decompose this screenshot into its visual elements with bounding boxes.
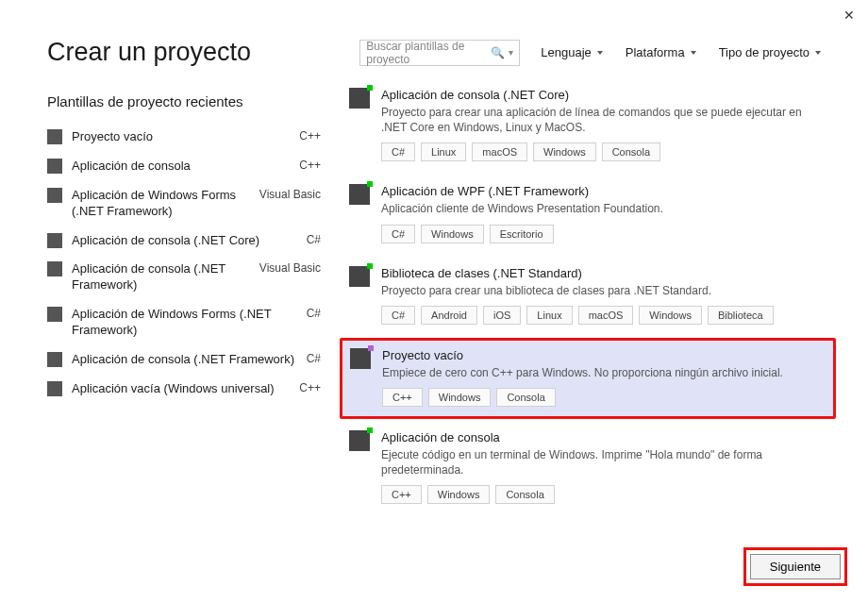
recent-item-label: Aplicación de consola (.NET Framework) <box>72 261 259 293</box>
template-tag: Linux <box>421 142 466 161</box>
recent-item[interactable]: Proyecto vacíoC++ <box>47 123 321 152</box>
recent-item-lang: Visual Basic <box>259 188 321 201</box>
page-title: Crear un proyecto <box>47 38 359 67</box>
template-icon <box>349 266 370 287</box>
recent-item[interactable]: Aplicación de consola (.NET Framework)C# <box>47 345 321 375</box>
template-tag: C++ <box>382 388 423 407</box>
recent-item-lang: Visual Basic <box>259 261 321 275</box>
recent-item[interactable]: Aplicación de consolaC++ <box>47 152 321 181</box>
next-button-highlight: Siguiente <box>743 547 847 586</box>
template-desc: Proyecto para crear una aplicación de lí… <box>381 105 826 135</box>
filter-project-type[interactable]: Tipo de proyecto <box>719 45 821 59</box>
template-icon <box>47 307 62 322</box>
recent-item-label: Proyecto vacío <box>72 129 299 145</box>
template-list[interactable]: Aplicación de consola (.NET Core)Proyect… <box>340 76 840 506</box>
template-item[interactable]: Biblioteca de clases (.NET Standard)Proy… <box>340 257 836 336</box>
template-item[interactable]: Proyecto vacíoEmpiece de cero con C++ pa… <box>340 338 836 419</box>
chevron-down-icon <box>691 51 696 55</box>
template-tag: Biblioteca <box>708 306 774 325</box>
search-placeholder: Buscar plantillas de proyecto <box>366 40 491 66</box>
recent-item-label: Aplicación de consola <box>72 159 299 175</box>
template-tag: Consola <box>602 142 660 161</box>
template-tag: Android <box>421 306 477 325</box>
recent-item-lang: C++ <box>299 381 321 394</box>
search-input[interactable]: Buscar plantillas de proyecto 🔍 ▾ <box>359 40 520 66</box>
template-tag: Escritorio <box>490 225 554 243</box>
recent-heading: Plantillas de proyecto recientes <box>47 93 321 109</box>
template-item[interactable]: Aplicación de consolaEjecute código en u… <box>340 421 836 506</box>
template-tag: C# <box>381 306 415 325</box>
template-tag: macOS <box>472 142 527 161</box>
template-tag: iOS <box>483 306 521 325</box>
template-tag: macOS <box>578 306 634 325</box>
template-icon <box>349 184 370 205</box>
template-icon <box>47 352 62 367</box>
filter-platform[interactable]: Plataforma <box>626 45 696 59</box>
template-tag: Windows <box>533 142 596 161</box>
template-tag: Linux <box>526 306 572 325</box>
recent-item[interactable]: Aplicación de consola (.NET Core)C# <box>47 226 321 256</box>
template-icon <box>350 348 371 369</box>
recent-item-label: Aplicación vacía (Windows universal) <box>72 381 299 397</box>
template-tag: Consola <box>496 388 555 407</box>
close-icon[interactable]: ✕ <box>843 8 855 23</box>
recent-item[interactable]: Aplicación de consola (.NET Framework)Vi… <box>47 255 321 300</box>
template-icon <box>47 129 62 144</box>
template-tag: Windows <box>639 306 702 325</box>
recent-item-lang: C++ <box>299 159 321 172</box>
template-item[interactable]: Aplicación de WPF (.NET Framework)Aplica… <box>340 175 836 254</box>
template-desc: Empiece de cero con C++ para Windows. No… <box>382 365 826 380</box>
template-tag: C++ <box>381 485 422 504</box>
template-item[interactable]: Aplicación de consola (.NET Core)Proyect… <box>340 78 836 173</box>
recent-item-lang: C# <box>307 233 321 246</box>
clear-dropdown-icon: ▾ <box>509 47 513 58</box>
template-desc: Ejecute código en un terminal de Windows… <box>381 447 826 477</box>
template-desc: Aplicación cliente de Windows Presentati… <box>381 201 826 216</box>
template-icon <box>47 188 62 203</box>
recent-item-label: Aplicación de Windows Forms (.NET Framew… <box>72 307 307 339</box>
template-icon <box>47 233 62 248</box>
next-button[interactable]: Siguiente <box>750 554 841 579</box>
template-icon <box>47 159 62 174</box>
template-title: Proyecto vacío <box>382 348 826 362</box>
recent-item[interactable]: Aplicación vacía (Windows universal)C++ <box>47 375 321 404</box>
template-title: Aplicación de consola (.NET Core) <box>381 88 826 102</box>
chevron-down-icon <box>815 51 821 55</box>
template-tag: C# <box>381 142 415 161</box>
recent-item[interactable]: Aplicación de Windows Forms (.NET Framew… <box>47 181 321 226</box>
template-title: Aplicación de consola <box>381 430 826 444</box>
template-title: Biblioteca de clases (.NET Standard) <box>381 266 826 280</box>
recent-item-label: Aplicación de consola (.NET Core) <box>72 233 307 249</box>
chevron-down-icon <box>597 51 603 55</box>
recent-item-label: Aplicación de Windows Forms (.NET Framew… <box>72 188 259 220</box>
template-tag: Windows <box>427 485 491 504</box>
template-tag: Windows <box>421 225 484 243</box>
template-desc: Proyecto para crear una biblioteca de cl… <box>381 283 826 298</box>
template-icon <box>47 261 62 276</box>
recent-item-lang: C# <box>307 307 321 320</box>
recent-item-lang: C++ <box>299 129 321 142</box>
template-tag: C# <box>381 225 415 243</box>
recent-item[interactable]: Aplicación de Windows Forms (.NET Framew… <box>47 300 321 345</box>
recent-item-label: Aplicación de consola (.NET Framework) <box>72 352 307 368</box>
filter-language[interactable]: Lenguaje <box>541 45 603 59</box>
search-icon: 🔍 <box>491 46 505 59</box>
recent-item-lang: C# <box>307 352 321 365</box>
template-icon <box>47 381 62 396</box>
template-icon <box>349 430 370 451</box>
template-icon <box>349 88 370 109</box>
template-title: Aplicación de WPF (.NET Framework) <box>381 184 826 198</box>
template-tag: Consola <box>495 485 554 504</box>
template-tag: Windows <box>428 388 492 407</box>
